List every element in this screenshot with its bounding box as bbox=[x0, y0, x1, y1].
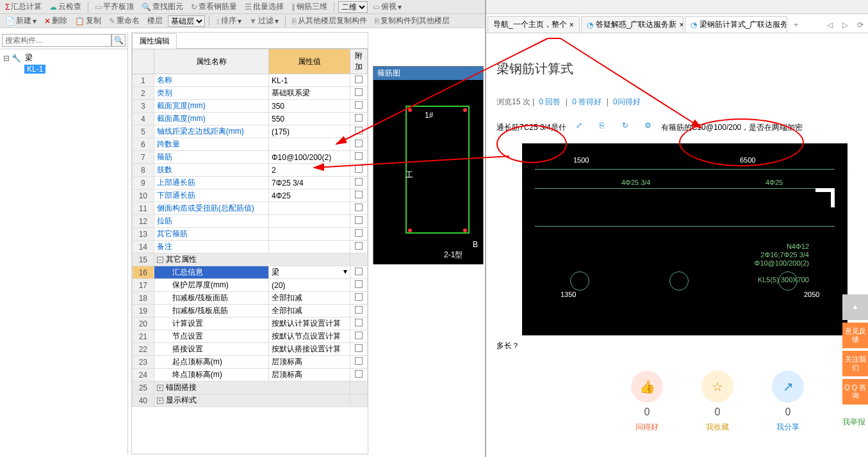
col-extra: 附加 bbox=[350, 49, 367, 74]
prop-row[interactable]: 1名称KL-1 bbox=[133, 74, 368, 87]
nav-refresh-icon[interactable]: ⟳ bbox=[853, 17, 868, 33]
tool-icon[interactable]: ⤢ bbox=[573, 119, 585, 132]
prop-row[interactable]: 22搭接设置按默认搭接设置计算 bbox=[133, 343, 368, 356]
close-icon[interactable]: × bbox=[679, 20, 683, 29]
cad-drawing: 1500 6500 1350 2050 N4Φ12 2Φ16;7Φ25 3/4 … bbox=[496, 143, 848, 335]
prop-row[interactable]: 7箍筋Φ10@100/200(2) bbox=[133, 151, 368, 164]
stat-good[interactable]: 0 答得好 bbox=[572, 97, 602, 106]
cloud-check-button[interactable]: ☁云检查 bbox=[47, 1, 84, 13]
prop-row[interactable]: 3截面宽度(mm)350 bbox=[133, 100, 368, 113]
prop-row[interactable]: 5轴线距梁左边线距离(mm)(175) bbox=[133, 125, 368, 138]
vote-bar: 👍 0 问得好 ☆ 0 我收藏 ↗ 0 我分享 我举报 bbox=[496, 371, 868, 433]
nav-fwd-icon[interactable]: ▷ bbox=[837, 17, 853, 33]
question-text-left: 通长筋7C25 3/4是什 bbox=[496, 122, 566, 133]
col-value: 属性值 bbox=[269, 49, 350, 74]
tool-icon[interactable]: ⚙ bbox=[642, 119, 655, 132]
prop-row[interactable]: 14备注 bbox=[133, 241, 368, 253]
close-icon[interactable]: × bbox=[569, 20, 574, 29]
property-table: 属性名称 属性值 附加 1名称KL-12类别基础联系梁3截面宽度(mm)3504… bbox=[132, 49, 368, 407]
flat-top-button[interactable]: ▭平齐板顶 bbox=[92, 1, 136, 13]
component-search: 🔍 bbox=[0, 32, 127, 49]
search-icon[interactable]: 🔍 bbox=[111, 34, 126, 47]
col-num bbox=[133, 49, 154, 74]
prop-row[interactable]: 6跨数量 bbox=[133, 138, 368, 151]
find-element-button[interactable]: 🔍查找图元 bbox=[139, 1, 186, 13]
tree-item-kl1[interactable]: KL-1 bbox=[3, 64, 125, 74]
thumbs-up-icon: 👍 bbox=[631, 371, 663, 403]
question-text-right: 有箍筋的C10@100/200，是否在两端加密 bbox=[661, 122, 803, 133]
scroll-top-button[interactable]: ▲ bbox=[842, 294, 868, 320]
prop-row[interactable]: 13其它箍筋 bbox=[133, 228, 368, 241]
share-icon: ↗ bbox=[772, 371, 804, 403]
stirrup-label-1: 1# bbox=[425, 111, 433, 120]
prop-row[interactable]: 19扣减板/筏板底筋全部扣减 bbox=[133, 305, 368, 317]
sort-button[interactable]: ↕排序 ▾ bbox=[213, 15, 244, 27]
stirrup-diagram: 箍筋图 1# 工 B 2-1型 bbox=[373, 66, 484, 264]
sum-calc-button[interactable]: Σ汇总计算 bbox=[3, 1, 44, 13]
tool-icon[interactable]: ⎘ bbox=[596, 119, 609, 132]
qq-button[interactable]: Q Q 咨询 bbox=[842, 379, 868, 405]
prop-row[interactable]: 12拉筋 bbox=[133, 215, 368, 228]
follow-button[interactable]: 关注我们 bbox=[842, 351, 868, 376]
nav-back-icon[interactable]: ◁ bbox=[822, 17, 837, 33]
prop-row[interactable]: 18扣减板/筏板面筋全部扣减 bbox=[133, 292, 368, 305]
side-float-buttons: ▲ 意见反馈 关注我们 Q Q 咨询 bbox=[842, 294, 868, 407]
main-toolbar-2: 📄新建 ▾ ✕删除 📋复制 ✎重命名 楼层 基础层 ↕排序 ▾ ▼过滤 ▾ ⎘从… bbox=[0, 14, 485, 28]
prop-tab[interactable]: 属性编辑 bbox=[132, 33, 368, 49]
prop-row[interactable]: 21节点设置按默认节点设置计算 bbox=[133, 330, 368, 343]
vote-ask-good[interactable]: 👍 0 问得好 bbox=[631, 371, 663, 433]
stirrup-label-b: B bbox=[473, 240, 478, 249]
view-top-button[interactable]: ▭俯视 ▾ bbox=[370, 1, 404, 13]
prop-row[interactable]: 20计算设置按默认计算设置计算 bbox=[133, 317, 368, 330]
stat-reply[interactable]: 0 回答 bbox=[539, 97, 561, 106]
copy-button[interactable]: 📋复制 bbox=[72, 15, 104, 27]
page-stats: 浏览15 次 | 0 回答 | 0 答得好 | 0问得好 bbox=[496, 97, 868, 108]
batch-select-button[interactable]: ☰批量选择 bbox=[242, 1, 286, 13]
feedback-button[interactable]: 意见反馈 bbox=[842, 323, 868, 348]
prop-row[interactable]: 24终点顶标高(m)层顶标高 bbox=[133, 369, 368, 381]
content-tools: ⤢ ⎘ ↻ ⚙ bbox=[573, 115, 655, 136]
view-2d-select[interactable]: 二维 bbox=[338, 1, 368, 13]
tab-2[interactable]: ◔答疑解惑_广联达服务新× bbox=[581, 16, 684, 33]
page-title: 梁钢筋计算式 bbox=[496, 60, 868, 77]
rebar-3d-button[interactable]: ∥钢筋三维 bbox=[289, 1, 330, 13]
stirrup-title: 箍筋图 bbox=[373, 67, 483, 80]
stirrup-label-type: 2-1型 bbox=[444, 250, 463, 261]
question-tail: 多长？ bbox=[496, 341, 868, 351]
prop-row[interactable]: 11侧面构造或受扭筋(总配筋值) bbox=[133, 202, 368, 215]
prop-row[interactable]: 2类别基础联系梁 bbox=[133, 87, 368, 100]
copy-to-floor-button[interactable]: ⎘复制构件到其他楼层 bbox=[372, 15, 452, 27]
delete-button[interactable]: ✕删除 bbox=[42, 15, 70, 27]
component-tree: ⊟🔧梁 KL-1 bbox=[0, 49, 127, 77]
tab-3[interactable]: ◔梁钢筋计算式_广联达服务× bbox=[685, 16, 787, 33]
floor-label: 楼层 bbox=[145, 15, 165, 27]
floor-select[interactable]: 基础层 bbox=[168, 15, 205, 27]
prop-row[interactable]: 4截面高度(mm)550 bbox=[133, 113, 368, 125]
main-toolbar-1: Σ汇总计算 ☁云检查 ▭平齐板顶 🔍查找图元 ↻查看钢筋量 ☰批量选择 ∥钢筋三… bbox=[0, 0, 485, 14]
vote-share[interactable]: ↗ 0 我分享 bbox=[772, 371, 804, 433]
search-input[interactable] bbox=[2, 34, 111, 47]
prop-row[interactable]: 23起点顶标高(m)层顶标高 bbox=[133, 356, 368, 369]
tree-root-beam[interactable]: ⊟🔧梁 bbox=[3, 52, 125, 64]
browser-tabs: 导航_一个主页，整个× ◔答疑解惑_广联达服务新× ◔梁钢筋计算式_广联达服务×… bbox=[486, 14, 868, 33]
stat-ask[interactable]: 0问得好 bbox=[613, 97, 641, 106]
vote-favorite[interactable]: ☆ 0 我收藏 bbox=[701, 371, 733, 433]
tab-1[interactable]: 导航_一个主页，整个× bbox=[487, 16, 580, 33]
new-button[interactable]: 📄新建 ▾ bbox=[3, 15, 39, 27]
check-rebar-button[interactable]: ↻查看钢筋量 bbox=[188, 1, 240, 13]
copy-from-floor-button[interactable]: ⎘从其他楼层复制构件 bbox=[290, 15, 370, 27]
prop-row[interactable]: 9上部通长筋7Φ25 3/4 bbox=[133, 177, 368, 189]
browser-bookmarks bbox=[486, 0, 868, 14]
tool-icon[interactable]: ↻ bbox=[619, 119, 632, 132]
prop-row[interactable]: 17保护层厚度(mm)(20) bbox=[133, 279, 368, 292]
new-tab-button[interactable]: + bbox=[789, 17, 804, 33]
col-name: 属性名称 bbox=[154, 49, 268, 74]
star-icon: ☆ bbox=[701, 371, 733, 403]
prop-row[interactable]: 8肢数2 bbox=[133, 164, 368, 177]
prop-row[interactable]: 10下部通长筋4Φ25 bbox=[133, 189, 368, 202]
rename-button[interactable]: ✎重命名 bbox=[106, 15, 142, 27]
filter-button[interactable]: ▼过滤 ▾ bbox=[247, 15, 281, 27]
